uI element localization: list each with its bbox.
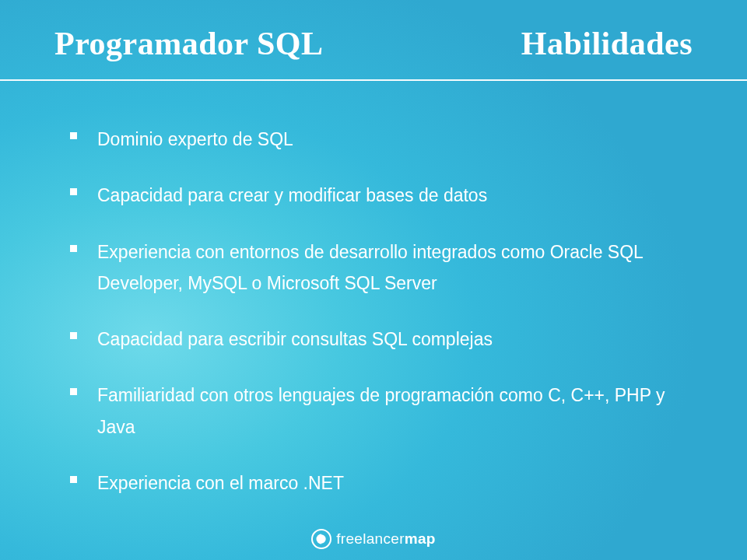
square-bullet-icon bbox=[70, 476, 77, 483]
brand-text-light: freelancer bbox=[336, 530, 405, 547]
list-item: Capacidad para escribir consultas SQL co… bbox=[70, 324, 677, 355]
square-bullet-icon bbox=[70, 332, 77, 339]
list-item: Capacidad para crear y modificar bases d… bbox=[70, 180, 677, 211]
brand-logo: freelancermap bbox=[311, 529, 435, 549]
list-item-text: Capacidad para crear y modificar bases d… bbox=[97, 180, 487, 211]
square-bullet-icon bbox=[70, 388, 77, 395]
list-item: Experiencia con el marco .NET bbox=[70, 467, 677, 499]
list-item-text: Experiencia con entornos de desarrollo i… bbox=[97, 236, 677, 299]
list-item-text: Dominio experto de SQL bbox=[97, 124, 293, 155]
square-bullet-icon bbox=[70, 245, 77, 252]
header-divider bbox=[0, 79, 747, 81]
brand-text-bold: map bbox=[405, 530, 436, 547]
page-title: Programador SQL bbox=[54, 25, 323, 62]
brand-text: freelancermap bbox=[336, 530, 435, 548]
list-item-text: Experiencia con el marco .NET bbox=[97, 467, 344, 499]
slide-header: Programador SQL Habilidades bbox=[0, 0, 747, 79]
skills-list: Dominio experto de SQL Capacidad para cr… bbox=[0, 81, 747, 499]
list-item: Familiaridad con otros lenguajes de prog… bbox=[70, 380, 677, 443]
list-item: Experiencia con entornos de desarrollo i… bbox=[70, 236, 677, 299]
list-item: Dominio experto de SQL bbox=[70, 124, 677, 155]
list-item-text: Capacidad para escribir consultas SQL co… bbox=[97, 324, 493, 355]
list-item-text: Familiaridad con otros lenguajes de prog… bbox=[97, 380, 677, 443]
footer: freelancermap bbox=[0, 529, 747, 549]
square-bullet-icon bbox=[70, 132, 77, 139]
globe-icon bbox=[311, 529, 331, 549]
section-title: Habilidades bbox=[521, 25, 693, 62]
square-bullet-icon bbox=[70, 188, 77, 195]
